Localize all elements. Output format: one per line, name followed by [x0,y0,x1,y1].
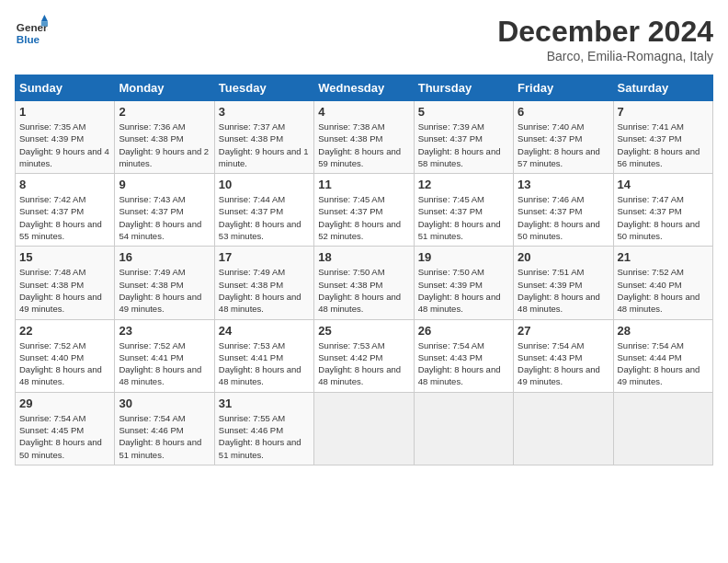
day-info: Sunrise: 7:48 AMSunset: 4:38 PMDaylight:… [19,266,110,315]
day-info: Sunrise: 7:40 AMSunset: 4:37 PMDaylight:… [518,121,609,169]
day-number: 6 [518,105,609,119]
day-number: 1 [19,105,110,119]
calendar-cell: 3Sunrise: 7:37 AMSunset: 4:38 PMDaylight… [214,101,313,174]
day-number: 2 [119,105,210,119]
day-info: Sunrise: 7:54 AMSunset: 4:46 PMDaylight:… [119,412,210,461]
calendar-cell: 12Sunrise: 7:45 AMSunset: 4:37 PMDayligh… [414,174,513,247]
day-info: Sunrise: 7:39 AMSunset: 4:37 PMDaylight:… [418,121,509,169]
day-info: Sunrise: 7:47 AMSunset: 4:37 PMDaylight:… [618,193,709,242]
day-info: Sunrise: 7:55 AMSunset: 4:46 PMDaylight:… [219,412,310,461]
day-info: Sunrise: 7:52 AMSunset: 4:40 PMDaylight:… [19,339,110,388]
calendar-week-2: 15Sunrise: 7:48 AMSunset: 4:38 PMDayligh… [16,247,713,319]
day-info: Sunrise: 7:44 AMSunset: 4:37 PMDaylight:… [219,193,310,242]
day-info: Sunrise: 7:45 AMSunset: 4:37 PMDaylight:… [418,193,509,242]
day-number: 26 [418,324,509,338]
calendar-cell: 5Sunrise: 7:39 AMSunset: 4:37 PMDaylight… [414,101,513,174]
calendar-week-4: 29Sunrise: 7:54 AMSunset: 4:45 PMDayligh… [16,392,713,465]
day-number: 4 [318,105,409,119]
day-number: 3 [219,105,310,119]
header-sunday: Sunday [16,75,115,101]
calendar-cell: 10Sunrise: 7:44 AMSunset: 4:37 PMDayligh… [214,174,313,247]
calendar-cell: 19Sunrise: 7:50 AMSunset: 4:39 PMDayligh… [414,247,513,319]
svg-marker-3 [41,21,48,26]
calendar-cell: 30Sunrise: 7:54 AMSunset: 4:46 PMDayligh… [115,392,214,465]
header-wednesday: Wednesday [314,75,414,101]
day-number: 11 [318,178,409,191]
day-info: Sunrise: 7:50 AMSunset: 4:39 PMDaylight:… [418,266,509,315]
header-monday: Monday [115,75,214,101]
day-info: Sunrise: 7:42 AMSunset: 4:37 PMDaylight:… [19,193,110,242]
day-info: Sunrise: 7:52 AMSunset: 4:40 PMDaylight:… [618,266,709,315]
calendar-cell: 4Sunrise: 7:38 AMSunset: 4:38 PMDaylight… [314,101,414,174]
day-info: Sunrise: 7:45 AMSunset: 4:37 PMDaylight:… [318,193,409,242]
day-number: 9 [119,178,210,191]
calendar-cell: 11Sunrise: 7:45 AMSunset: 4:37 PMDayligh… [314,174,414,247]
calendar-cell: 28Sunrise: 7:54 AMSunset: 4:44 PMDayligh… [613,319,712,392]
calendar-cell: 17Sunrise: 7:49 AMSunset: 4:38 PMDayligh… [214,247,313,319]
calendar-week-0: 1Sunrise: 7:35 AMSunset: 4:39 PMDaylight… [16,101,713,174]
day-number: 15 [19,250,110,264]
calendar-cell: 18Sunrise: 7:50 AMSunset: 4:38 PMDayligh… [314,247,414,319]
day-info: Sunrise: 7:54 AMSunset: 4:45 PMDaylight:… [19,412,110,461]
day-number: 22 [19,324,110,338]
day-number: 30 [119,396,210,410]
calendar-cell [613,392,712,465]
day-number: 18 [318,250,409,264]
day-info: Sunrise: 7:46 AMSunset: 4:37 PMDaylight:… [518,193,609,242]
calendar-cell: 13Sunrise: 7:46 AMSunset: 4:37 PMDayligh… [514,174,613,247]
day-number: 8 [19,178,110,191]
calendar-cell: 29Sunrise: 7:54 AMSunset: 4:45 PMDayligh… [16,392,115,465]
day-info: Sunrise: 7:54 AMSunset: 4:44 PMDaylight:… [618,339,709,388]
day-number: 7 [618,105,709,119]
day-number: 17 [219,250,310,264]
svg-text:Blue: Blue [17,33,40,45]
logo-icon: General Blue [15,15,48,48]
day-number: 24 [219,324,310,338]
calendar-header-row: Sunday Monday Tuesday Wednesday Thursday… [16,75,713,101]
day-number: 25 [318,324,409,338]
calendar-cell: 23Sunrise: 7:52 AMSunset: 4:41 PMDayligh… [115,319,214,392]
day-info: Sunrise: 7:43 AMSunset: 4:37 PMDaylight:… [119,193,210,242]
day-info: Sunrise: 7:52 AMSunset: 4:41 PMDaylight:… [119,339,210,388]
day-number: 23 [119,324,210,338]
header-thursday: Thursday [414,75,513,101]
day-number: 10 [219,178,310,191]
calendar-subtitle: Barco, Emilia-Romagna, Italy [497,49,713,63]
day-info: Sunrise: 7:38 AMSunset: 4:38 PMDaylight:… [318,121,409,169]
calendar-cell: 25Sunrise: 7:53 AMSunset: 4:42 PMDayligh… [314,319,414,392]
calendar-cell: 24Sunrise: 7:53 AMSunset: 4:41 PMDayligh… [214,319,313,392]
calendar-cell: 26Sunrise: 7:54 AMSunset: 4:43 PMDayligh… [414,319,513,392]
calendar-cell: 15Sunrise: 7:48 AMSunset: 4:38 PMDayligh… [16,247,115,319]
day-number: 29 [19,396,110,410]
day-number: 28 [618,324,709,338]
day-info: Sunrise: 7:41 AMSunset: 4:37 PMDaylight:… [618,121,709,169]
calendar-cell: 9Sunrise: 7:43 AMSunset: 4:37 PMDaylight… [115,174,214,247]
header-saturday: Saturday [613,75,712,101]
calendar-cell: 22Sunrise: 7:52 AMSunset: 4:40 PMDayligh… [16,319,115,392]
calendar-cell: 1Sunrise: 7:35 AMSunset: 4:39 PMDaylight… [16,101,115,174]
header-friday: Friday [514,75,613,101]
day-number: 13 [518,178,609,191]
day-number: 16 [119,250,210,264]
title-block: December 2024 Barco, Emilia-Romagna, Ita… [497,15,713,63]
calendar-week-1: 8Sunrise: 7:42 AMSunset: 4:37 PMDaylight… [16,174,713,247]
calendar-cell: 7Sunrise: 7:41 AMSunset: 4:37 PMDaylight… [613,101,712,174]
day-info: Sunrise: 7:35 AMSunset: 4:39 PMDaylight:… [19,121,110,169]
logo: General Blue [15,15,48,48]
day-info: Sunrise: 7:50 AMSunset: 4:38 PMDaylight:… [318,266,409,315]
calendar-cell: 31Sunrise: 7:55 AMSunset: 4:46 PMDayligh… [214,392,313,465]
day-number: 31 [219,396,310,410]
day-info: Sunrise: 7:54 AMSunset: 4:43 PMDaylight:… [418,339,509,388]
calendar-cell: 27Sunrise: 7:54 AMSunset: 4:43 PMDayligh… [514,319,613,392]
day-info: Sunrise: 7:51 AMSunset: 4:39 PMDaylight:… [518,266,609,315]
day-number: 27 [518,324,609,338]
calendar-cell: 14Sunrise: 7:47 AMSunset: 4:37 PMDayligh… [613,174,712,247]
day-info: Sunrise: 7:37 AMSunset: 4:38 PMDaylight:… [219,121,310,169]
calendar-cell [314,392,414,465]
day-info: Sunrise: 7:49 AMSunset: 4:38 PMDaylight:… [219,266,310,315]
calendar-cell: 20Sunrise: 7:51 AMSunset: 4:39 PMDayligh… [514,247,613,319]
day-info: Sunrise: 7:49 AMSunset: 4:38 PMDaylight:… [119,266,210,315]
page-header: General Blue December 2024 Barco, Emilia… [15,15,713,63]
day-info: Sunrise: 7:36 AMSunset: 4:38 PMDaylight:… [119,121,210,169]
calendar-cell: 21Sunrise: 7:52 AMSunset: 4:40 PMDayligh… [613,247,712,319]
